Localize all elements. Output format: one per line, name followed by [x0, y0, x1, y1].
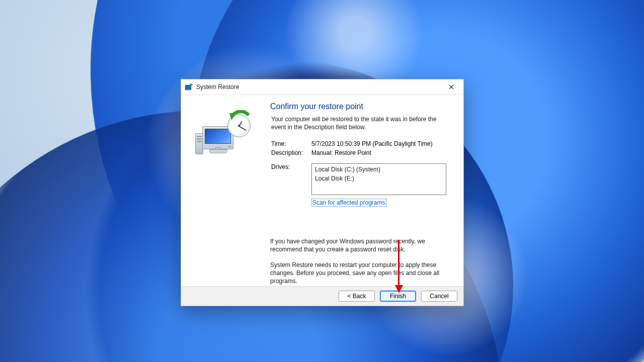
system-restore-icon: [185, 83, 193, 91]
drives-list[interactable]: Local Disk (C:) (System) Local Disk (E:): [311, 163, 446, 195]
wizard-side-graphic: [181, 95, 263, 286]
wizard-content: Confirm your restore point Your computer…: [263, 95, 463, 286]
cancel-button[interactable]: Cancel: [421, 291, 457, 302]
close-button[interactable]: [440, 79, 462, 95]
wizard-footer: < Back Finish Cancel: [181, 286, 463, 306]
description-label: Description:: [271, 149, 311, 156]
window-title: System Restore: [196, 83, 239, 90]
svg-marker-0: [229, 113, 236, 120]
scan-affected-programs-link[interactable]: Scan for affected programs: [311, 199, 386, 207]
drive-entry[interactable]: Local Disk (E:): [315, 174, 443, 183]
password-note: If you have changed your Windows passwor…: [270, 237, 447, 253]
intro-text: Your computer will be restored to the st…: [271, 115, 446, 131]
finish-button[interactable]: Finish: [380, 291, 416, 302]
titlebar[interactable]: System Restore: [181, 79, 463, 95]
close-icon: [449, 84, 454, 89]
restart-note: System Restore needs to restart your com…: [270, 261, 448, 286]
drives-label: Drives:: [271, 163, 311, 195]
description-value: Manual: Restore Point: [311, 149, 371, 156]
restore-arrow-icon: [225, 110, 253, 130]
page-heading: Confirm your restore point: [270, 102, 451, 111]
time-value: 5/7/2023 10:50:39 PM (Pacific Daylight T…: [311, 140, 433, 147]
system-restore-dialog: System Restore Confirm: [181, 79, 464, 306]
back-button[interactable]: < Back: [339, 291, 375, 302]
time-label: Time:: [271, 140, 311, 147]
drive-entry[interactable]: Local Disk (C:) (System): [315, 165, 443, 174]
